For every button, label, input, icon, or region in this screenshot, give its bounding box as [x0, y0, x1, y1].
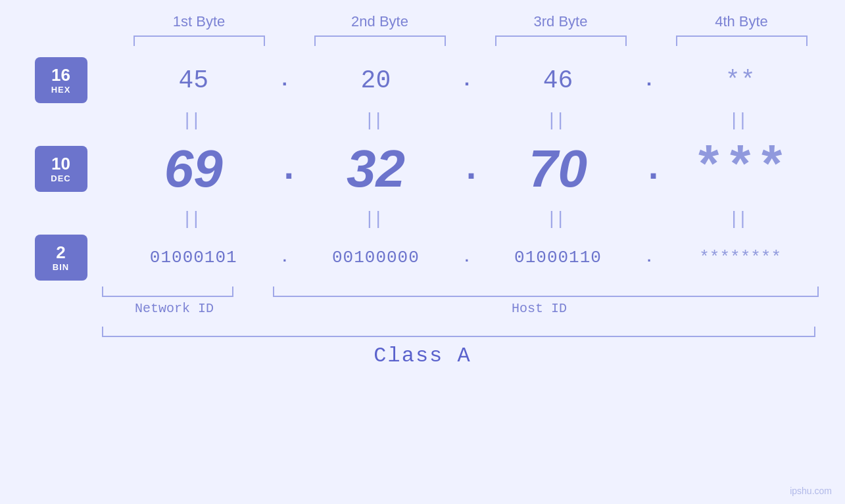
bin-data-row: 01000101 . 00100000 . 01000110 . *******… [105, 231, 829, 284]
hex-badge-cell: 16 HEX [16, 57, 105, 103]
bracket-top-2 [314, 35, 446, 46]
bin-dot-3: . [642, 250, 656, 266]
dec-number: 10 [51, 154, 70, 173]
bin-byte-4: ******** [662, 248, 819, 267]
dec-byte-4: *** [662, 139, 819, 199]
hex-badge: 16 HEX [35, 57, 87, 103]
dec-badge-cell: 10 DEC [16, 146, 105, 192]
dec-row: 10 DEC 69 . 32 . 70 . *** [16, 133, 829, 205]
full-bottom-bracket [102, 327, 815, 337]
hex-data-row: 45 . 20 . 46 . ** [105, 54, 829, 106]
eq-1-4: || [662, 109, 819, 130]
bin-number: 2 [56, 243, 65, 262]
bin-byte-2: 00100000 [297, 248, 454, 267]
byte-header-2: 2nd Byte [301, 13, 459, 30]
hex-dot-2: . [460, 69, 473, 91]
eq-1-1: || [114, 109, 272, 130]
eq-2-1: || [114, 208, 272, 229]
bottom-section: Network ID Host ID Class A [0, 286, 845, 368]
sep-row-2: || || || || [16, 205, 829, 231]
eq-1-3: || [479, 109, 637, 130]
dec-badge: 10 DEC [35, 146, 87, 192]
sep-1: || || || || [105, 106, 829, 133]
host-id-label: Host ID [260, 301, 819, 316]
byte-headers-row: 1st Byte 2nd Byte 3rd Byte 4th Byte [109, 13, 832, 30]
class-label: Class A [0, 344, 845, 368]
hex-byte-2: 20 [297, 66, 454, 95]
hex-byte-3: 46 [479, 66, 637, 95]
byte-header-4: 4th Byte [663, 13, 821, 30]
dec-byte-2: 32 [297, 139, 454, 199]
hex-dot-3: . [642, 69, 656, 91]
dec-byte-3: 70 [479, 139, 637, 199]
bin-badge-cell: 2 BIN [16, 235, 105, 281]
bin-byte-1: 01000101 [114, 248, 272, 267]
eq-1-2: || [297, 109, 454, 130]
bracket-top-1 [133, 35, 265, 46]
byte-header-3: 3rd Byte [482, 13, 640, 30]
main-container: 1st Byte 2nd Byte 3rd Byte 4th Byte 16 H… [0, 0, 845, 504]
dec-byte-1: 69 [114, 139, 272, 199]
dec-data-row: 69 . 32 . 70 . *** [105, 133, 829, 205]
bin-label: BIN [53, 262, 69, 272]
hex-byte-1: 45 [114, 66, 272, 95]
id-labels-row: Network ID Host ID [89, 301, 819, 316]
hex-label: HEX [51, 85, 71, 95]
dec-dot-2: . [460, 149, 473, 190]
bin-byte-3: 01000110 [479, 248, 637, 267]
bottom-brackets [89, 286, 819, 297]
dec-dot-1: . [278, 149, 291, 190]
bracket-top-3 [495, 35, 627, 46]
sep-row-1: || || || || [16, 106, 829, 133]
network-id-label: Network ID [89, 301, 260, 316]
top-brackets [109, 35, 832, 46]
bin-row: 2 BIN 01000101 . 00100000 . 01000110 . *… [16, 231, 829, 284]
hex-dot-1: . [278, 69, 291, 91]
eq-2-3: || [479, 208, 637, 229]
bracket-top-4 [676, 35, 808, 46]
bin-dot-2: . [460, 250, 473, 266]
watermark: ipshu.com [790, 486, 832, 496]
hex-number: 16 [51, 66, 70, 85]
bin-badge: 2 BIN [35, 235, 87, 281]
sep-2: || || || || [105, 205, 829, 231]
hex-row: 16 HEX 45 . 20 . 46 . ** [16, 54, 829, 106]
bracket-bottom-host [273, 286, 819, 297]
eq-2-4: || [662, 208, 819, 229]
hex-byte-4: ** [662, 66, 819, 95]
bin-dot-1: . [278, 250, 291, 266]
eq-2-2: || [297, 208, 454, 229]
dec-dot-3: . [642, 149, 656, 190]
bracket-bottom-net [102, 286, 233, 297]
byte-header-1: 1st Byte [120, 13, 278, 30]
dec-label: DEC [51, 173, 70, 183]
